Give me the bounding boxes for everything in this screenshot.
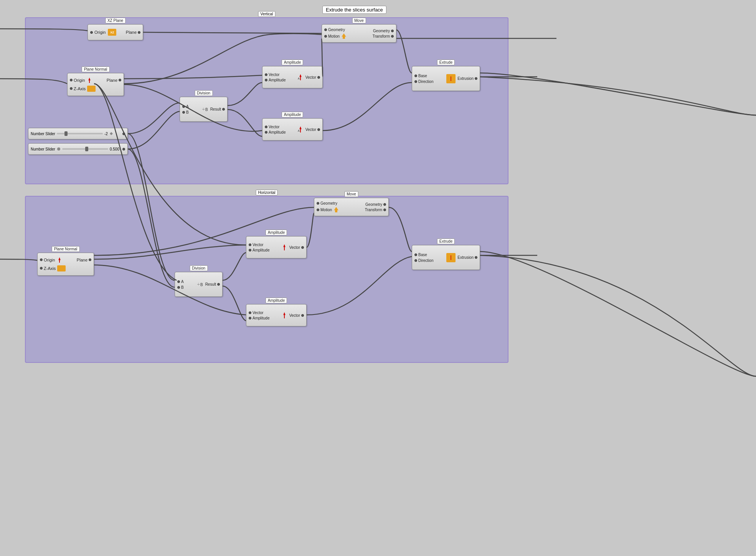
- pn-top-plane-out-label: Plane: [107, 78, 117, 83]
- move-bot-geom-out-port[interactable]: [383, 203, 386, 206]
- pn-bot-arrow-icon: [56, 256, 63, 263]
- svg-text:÷: ÷: [202, 107, 205, 112]
- extrude-top-node[interactable]: Extrude Base Direction Extrusion: [412, 66, 480, 91]
- plane-normal-top-node[interactable]: Plane Normal Origin Plane Z-Axis: [67, 73, 124, 96]
- slider1-thumb[interactable]: [64, 131, 68, 136]
- svg-marker-2: [342, 33, 346, 39]
- move-bot-transform-port[interactable]: [383, 208, 386, 211]
- ext-bot-base-port[interactable]: [414, 253, 417, 256]
- move-bot-motion-port[interactable]: [317, 208, 319, 211]
- move-top-motion-port[interactable]: [324, 35, 327, 38]
- xz-origin-port[interactable]: [90, 31, 93, 34]
- amp-bot2-amp-label: Amplitude: [253, 316, 269, 320]
- ext-bot-extrusion-port[interactable]: [475, 256, 477, 259]
- pn-bot-origin-label: Origin: [44, 258, 55, 262]
- move-top-node[interactable]: Move Geometry Motion Geometry Transform: [322, 24, 396, 43]
- amp-bot2-vector-label: Vector: [253, 311, 263, 315]
- move-top-transform-port[interactable]: [391, 35, 394, 38]
- div-top-b-label: B: [186, 110, 189, 114]
- amp-top2-vector-port[interactable]: [265, 126, 267, 128]
- amp-top2-amp-port[interactable]: [265, 131, 267, 134]
- pn-bot-zaxis-port[interactable]: [40, 267, 43, 270]
- amp-top2-out-port[interactable]: [317, 128, 320, 131]
- pn-bot-origin-port[interactable]: [40, 258, 43, 261]
- pn-bot-icon: [57, 265, 66, 271]
- xz-plane-label: XZ Plane: [105, 18, 125, 23]
- amp-bot2-amp-port[interactable]: [249, 317, 251, 319]
- amp-bot2-vector-port[interactable]: [249, 311, 251, 314]
- move-bot-geom-in-port[interactable]: [317, 202, 319, 205]
- amp-bot2-icon: [281, 311, 288, 319]
- div-bot-result-label: Result: [205, 282, 216, 286]
- move-bot-node[interactable]: Move Geometry Motion Geometry Transform: [314, 198, 389, 216]
- amp-bot1-vector-port[interactable]: [249, 243, 251, 246]
- amp-top2-out-label: Vector: [305, 127, 316, 132]
- header-label: Extrude the slices surface: [322, 6, 386, 14]
- slider1-track[interactable]: [57, 133, 103, 134]
- ext-top-extrusion-port[interactable]: [475, 77, 477, 80]
- amp-top1-out-port[interactable]: [317, 76, 320, 79]
- extrude-bot-icon: [446, 253, 456, 262]
- amp-bot1-icon: [281, 243, 288, 251]
- ext-top-base-port[interactable]: [414, 74, 417, 77]
- top-group-label: Vertical: [258, 11, 276, 17]
- div-bot-b-label: B: [181, 285, 184, 290]
- xz-plane-out-port[interactable]: [138, 31, 140, 34]
- move-top-geom-out-port[interactable]: [391, 30, 394, 32]
- division-bot-label: Division: [190, 265, 208, 271]
- extrude-bot-label: Extrude: [437, 238, 455, 244]
- svg-text:÷: ÷: [197, 282, 200, 287]
- div-bot-result-port[interactable]: [217, 283, 220, 286]
- extrude-top-icon: [446, 74, 456, 83]
- amplitude-bot2-node[interactable]: Amplitude Vector Amplitude Vector: [246, 304, 307, 326]
- amp-bot2-out-port[interactable]: [301, 314, 304, 317]
- svg-point-14: [57, 147, 60, 151]
- plane-normal-bot-node[interactable]: Plane Normal Origin Plane Z-Axis: [37, 253, 94, 276]
- move-top-geom-in-port[interactable]: [324, 28, 327, 31]
- pn-top-zaxis-port[interactable]: [70, 87, 73, 90]
- div-top-b-port[interactable]: [182, 111, 185, 114]
- pn-top-origin-port[interactable]: [70, 79, 73, 81]
- amp-top2-vector-label: Vector: [269, 125, 279, 129]
- div-top-result-label: Result: [210, 107, 221, 111]
- xz-plane-node[interactable]: XZ Plane Origin XZ Plane: [87, 24, 143, 40]
- div-bot-icon: ÷ B: [196, 281, 204, 288]
- amplitude-bot1-node[interactable]: Amplitude Vector Amplitude Vector: [246, 236, 307, 258]
- ext-bot-dir-label: Direction: [418, 258, 433, 263]
- ext-top-extrusion-label: Extrusion: [457, 76, 474, 81]
- division-bot-node[interactable]: Division A B ÷ B Result: [175, 272, 223, 297]
- move-bot-geom-out-label: Geometry: [365, 202, 382, 207]
- amp-top1-amp-port[interactable]: [265, 79, 267, 81]
- slider2-thumb[interactable]: [85, 147, 88, 151]
- slider1-out-port[interactable]: [122, 132, 125, 135]
- amplitude-top1-node[interactable]: Amplitude Vector Amplitude A Vector: [262, 66, 323, 88]
- ext-top-dir-port[interactable]: [414, 80, 417, 83]
- division-top-node[interactable]: Division A B ÷ B Result: [180, 97, 228, 122]
- pn-top-plane-out-port[interactable]: [119, 79, 121, 81]
- pn-bot-plane-out-port[interactable]: [89, 258, 91, 261]
- div-top-a-port[interactable]: [182, 105, 185, 108]
- extrude-bot-node[interactable]: Extrude Base Direction Extrusion: [412, 245, 480, 270]
- div-top-result-port[interactable]: [222, 108, 225, 111]
- amplitude-bot2-label: Amplitude: [266, 298, 287, 303]
- div-bot-a-port[interactable]: [177, 280, 180, 283]
- amplitude-top2-node[interactable]: Amplitude Vector Amplitude A Vector: [262, 118, 323, 141]
- amp-top1-vector-port[interactable]: [265, 73, 267, 76]
- amp-top2-icon: A: [297, 126, 304, 133]
- amplitude-bot1-label: Amplitude: [266, 230, 287, 235]
- div-bot-b-port[interactable]: [177, 286, 180, 289]
- amp-top1-out-label: Vector: [305, 75, 316, 79]
- slider2-out-port[interactable]: [122, 148, 125, 151]
- amp-bot1-amp-port[interactable]: [249, 249, 251, 252]
- extrude-top-label: Extrude: [437, 60, 455, 65]
- move-top-geom-out-label: Geometry: [373, 29, 390, 33]
- amp-top1-amp-label: Amplitude: [269, 78, 286, 82]
- div-top-icon: ÷ B: [201, 106, 209, 113]
- bottom-group-panel: Horizontal: [25, 196, 508, 363]
- slider1-node[interactable]: Number Slider -2: [28, 128, 128, 139]
- ext-bot-dir-port[interactable]: [414, 259, 417, 262]
- svg-text:B: B: [205, 108, 208, 112]
- amp-bot1-out-port[interactable]: [301, 246, 304, 249]
- slider2-track[interactable]: [62, 148, 108, 150]
- slider2-node[interactable]: Number Slider 0.500: [28, 143, 128, 155]
